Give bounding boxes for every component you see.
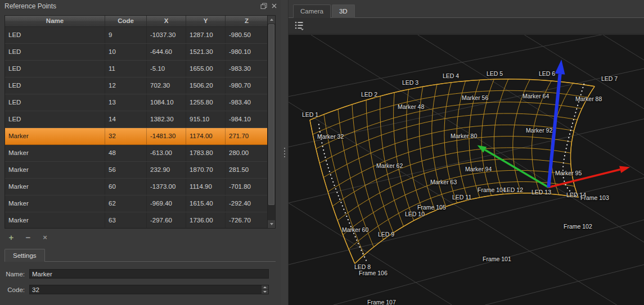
- cell-x: 232.90: [147, 162, 186, 178]
- cell-name: LED: [5, 111, 105, 128]
- table-row[interactable]: LED11-5.101655.00-983.30: [5, 61, 267, 78]
- cell-z: 271.70: [226, 128, 267, 144]
- cell-x: -297.60: [147, 212, 186, 228]
- cell-y: 1114.90: [186, 179, 226, 195]
- cell-z: -980.10: [226, 44, 267, 60]
- table-row[interactable]: LED10-644.601521.30-980.10: [5, 44, 267, 61]
- panel-splitter[interactable]: [281, 0, 288, 305]
- cell-y: 1255.80: [186, 94, 226, 111]
- panel-titlebar: Reference Points: [0, 0, 281, 12]
- settings-tabbar: Settings: [4, 249, 276, 262]
- cell-x: -1373.00: [147, 179, 186, 195]
- cell-name: Marker: [5, 212, 105, 228]
- cell-code: 11: [105, 61, 147, 77]
- cell-name: LED: [5, 78, 105, 94]
- spin-down-icon[interactable]: [262, 290, 268, 294]
- view-panel: Camera 3D LED 1LED 2LE: [288, 0, 644, 305]
- application-window: Reference Points NameCodeXYZ LED9-1037.3…: [0, 0, 644, 305]
- cell-code: 62: [105, 195, 147, 212]
- table-row[interactable]: Marker62-969.401615.40-292.40: [5, 195, 267, 212]
- cell-name: Marker: [5, 162, 105, 178]
- cell-y: 1287.10: [186, 27, 226, 43]
- cell-y: 1506.20: [186, 78, 226, 94]
- spin-up-icon[interactable]: [262, 285, 268, 290]
- cell-z: -980.50: [226, 27, 267, 43]
- code-field[interactable]: [29, 285, 269, 294]
- cell-x: 1382.30: [147, 111, 186, 128]
- view-tabbar: Camera 3D: [289, 0, 644, 18]
- scrollbar-down-icon[interactable]: [268, 220, 275, 228]
- cell-name: Marker: [5, 128, 105, 144]
- cell-y: 1174.00: [186, 128, 226, 144]
- 3d-viewport[interactable]: LED 1LED 2LED 3LED 4LED 5LED 6LED 7Marke…: [289, 35, 644, 305]
- cell-z: -984.10: [226, 111, 267, 128]
- cell-x: -969.40: [147, 195, 186, 212]
- view-toolbar: [289, 18, 644, 34]
- cell-x: -644.60: [147, 44, 186, 60]
- scrollbar-up-icon[interactable]: [268, 16, 275, 24]
- table-row[interactable]: Marker60-1373.001114.90-701.80: [5, 179, 267, 195]
- cell-z: -292.40: [226, 195, 267, 212]
- settings-form: Name: Code:: [4, 262, 269, 294]
- name-field[interactable]: [29, 269, 269, 279]
- column-header-name[interactable]: Name: [5, 16, 105, 26]
- cell-name: LED: [5, 94, 105, 111]
- cell-y: 1655.00: [186, 61, 226, 77]
- view-content: LED 1LED 2LED 3LED 4LED 5LED 6LED 7Marke…: [289, 18, 644, 305]
- column-header-code[interactable]: Code: [105, 16, 147, 26]
- remove-point-button[interactable]: −: [21, 233, 35, 243]
- table-row[interactable]: Marker48-613.001783.80280.00: [5, 145, 267, 162]
- cell-z: -983.40: [226, 94, 267, 111]
- cell-code: 60: [105, 179, 147, 195]
- cell-code: 13: [105, 94, 147, 111]
- cell-y: 1736.00: [186, 212, 226, 228]
- cell-code: 10: [105, 44, 147, 60]
- tab-camera[interactable]: Camera: [293, 4, 331, 18]
- table-row[interactable]: Marker32-1481.301174.00271.70: [5, 128, 267, 145]
- table-row[interactable]: LED12702.301506.20-980.70: [5, 78, 267, 94]
- cell-z: -701.80: [226, 179, 267, 195]
- cell-code: 63: [105, 212, 147, 228]
- panel-title: Reference Points: [4, 2, 56, 10]
- scrollbar-track[interactable]: [268, 24, 275, 220]
- column-header-x[interactable]: X: [147, 16, 186, 26]
- reference-points-panel: Reference Points NameCodeXYZ LED9-1037.3…: [0, 0, 281, 305]
- table-body: LED9-1037.301287.10-980.50LED10-644.6015…: [5, 27, 267, 228]
- tab-settings[interactable]: Settings: [4, 249, 45, 262]
- table-row[interactable]: LED131084.101255.80-983.40: [5, 94, 267, 111]
- cell-code: 9: [105, 27, 147, 43]
- cell-name: LED: [5, 44, 105, 60]
- cell-y: 915.10: [186, 111, 226, 128]
- cell-y: 1521.30: [186, 44, 226, 60]
- cell-x: -1481.30: [147, 128, 186, 144]
- column-header-z[interactable]: Z: [226, 16, 267, 26]
- column-header-y[interactable]: Y: [186, 16, 226, 26]
- cell-z: -726.70: [226, 212, 267, 228]
- cell-name: LED: [5, 27, 105, 43]
- table-header: NameCodeXYZ: [5, 16, 267, 27]
- cell-z: 281.50: [226, 162, 267, 178]
- cell-name: Marker: [5, 179, 105, 195]
- scrollbar-thumb[interactable]: [268, 24, 274, 205]
- close-panel-icon[interactable]: [271, 2, 278, 10]
- delete-point-button[interactable]: ×: [38, 233, 52, 243]
- name-label: Name:: [4, 271, 25, 277]
- table-scrollbar[interactable]: [267, 16, 275, 228]
- float-panel-icon[interactable]: [260, 2, 267, 10]
- cell-code: 12: [105, 78, 147, 94]
- cell-name: LED: [5, 61, 105, 77]
- cell-code: 48: [105, 145, 147, 161]
- table-row[interactable]: Marker56232.901870.70281.50: [5, 162, 267, 179]
- table-row[interactable]: LED9-1037.301287.10-980.50: [5, 27, 267, 44]
- table-row[interactable]: LED141382.30915.10-984.10: [5, 111, 267, 128]
- table-actions: + − ×: [4, 233, 55, 243]
- cell-name: Marker: [5, 145, 105, 161]
- cell-y: 1783.80: [186, 145, 226, 161]
- cell-x: -1037.30: [147, 27, 186, 43]
- view-options-icon[interactable]: [294, 21, 305, 31]
- tab-3d[interactable]: 3D: [332, 4, 355, 18]
- add-point-button[interactable]: +: [4, 233, 18, 243]
- cell-y: 1870.70: [186, 162, 226, 178]
- table-row[interactable]: Marker63-297.601736.00-726.70: [5, 212, 267, 228]
- cell-code: 32: [105, 128, 147, 144]
